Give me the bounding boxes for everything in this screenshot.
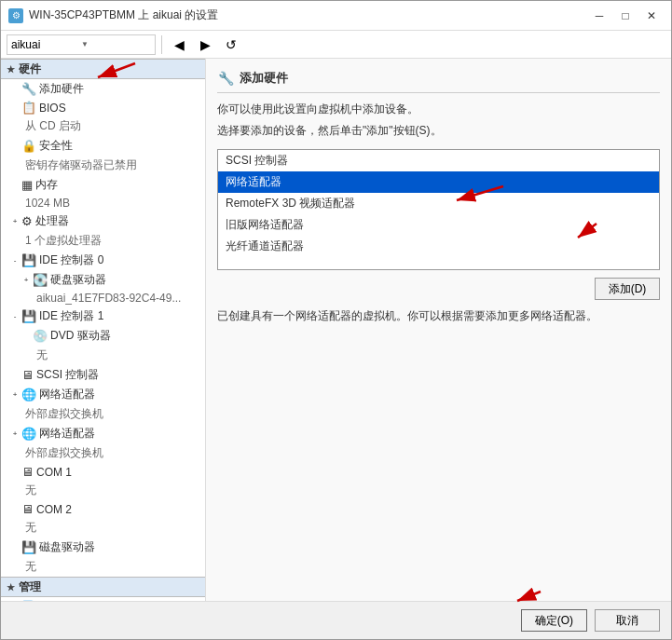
window-title: WIN-35CP43PTBMM 上 aikuai 的设置 (29, 7, 218, 23)
window-icon: ⚙ (8, 8, 23, 23)
main-window: ⚙ WIN-35CP43PTBMM 上 aikuai 的设置 ─ □ ✕ aik… (0, 0, 672, 640)
forward-button[interactable]: ▶ (194, 34, 216, 55)
mgmt-section-icon: ★ (7, 582, 15, 592)
device-listbox[interactable]: SCSI 控制器 网络适配器 RemoteFX 3D 视频适配器 旧版网络适配器… (217, 149, 660, 270)
toolbar: aikuai ▼ ◀ ▶ ↺ (1, 31, 671, 59)
tree-item-floppy-sub[interactable]: 无 (1, 557, 205, 577)
left-panel: ★ 硬件 🔧 添加硬件 📋 BIOS 从 CD 启动 (1, 59, 206, 601)
tree-item-com1[interactable]: 🖥 COM 1 (1, 463, 205, 481)
tree-item-processor[interactable]: + ⚙ 处理器 (1, 211, 205, 231)
listbox-item-network[interactable]: 网络适配器 (218, 171, 659, 193)
ide1-dvd-icon: 💿 (33, 329, 48, 343)
ide0-expander: - (8, 256, 21, 265)
add-button[interactable]: 添加(D) (595, 278, 660, 300)
tree-item-ide0[interactable]: - 💾 IDE 控制器 0 (1, 251, 205, 270)
tree-item-bios-sub[interactable]: 从 CD 启动 (1, 116, 205, 136)
tree-item-ide1[interactable]: - 💾 IDE 控制器 1 (1, 306, 205, 326)
network2-expander: + (8, 429, 21, 438)
com2-label: COM 2 (36, 503, 72, 516)
cancel-button[interactable]: 取消 (595, 609, 660, 632)
panel-title: 添加硬件 (240, 70, 288, 87)
tree-item-ide0-disk[interactable]: + 💽 硬盘驱动器 (1, 270, 205, 290)
title-bar-left: ⚙ WIN-35CP43PTBMM 上 aikuai 的设置 (8, 7, 218, 23)
security-label: 安全性 (39, 138, 73, 154)
tree-item-scsi[interactable]: 🖥 SCSI 控制器 (1, 365, 205, 385)
memory-sub-label: 1024 MB (25, 197, 70, 210)
scsi-label: SCSI 控制器 (36, 367, 99, 383)
memory-icon: ▦ (21, 178, 33, 192)
panel-desc2: 选择要添加的设备，然后单击"添加"按钮(S)。 (217, 122, 660, 140)
panel-title-icon: 🔧 (217, 70, 234, 87)
processor-expander: + (8, 217, 21, 225)
ide1-icon: 💾 (21, 309, 36, 323)
ide1-label: IDE 控制器 1 (39, 308, 103, 324)
tree-item-com2-sub[interactable]: 无 (1, 518, 205, 538)
refresh-button[interactable]: ↺ (220, 34, 242, 55)
ide0-disk-expander: + (20, 276, 33, 284)
com1-icon: 🖥 (21, 465, 34, 479)
security-sub-label: 密钥存储驱动器已禁用 (25, 157, 137, 173)
minimize-button[interactable]: ─ (587, 7, 611, 25)
tree-item-ide1-dvd[interactable]: 💿 DVD 驱动器 (1, 326, 205, 346)
close-button[interactable]: ✕ (639, 7, 664, 25)
tree-item-network2[interactable]: + 🌐 网络适配器 (1, 424, 205, 443)
network2-label: 网络适配器 (39, 426, 95, 442)
vm-selector[interactable]: aikuai ▼ (7, 34, 156, 55)
network2-icon: 🌐 (21, 427, 36, 441)
tree-item-com2[interactable]: 🖥 COM 2 (1, 500, 205, 518)
scsi-icon: 🖥 (21, 368, 34, 382)
dropdown-arrow-icon: ▼ (81, 40, 151, 48)
listbox-item-remotefx[interactable]: RemoteFX 3D 视频适配器 (218, 193, 659, 214)
tree-item-add-hardware[interactable]: 🔧 添加硬件 (1, 79, 205, 99)
memory-label: 内存 (35, 177, 58, 193)
title-bar-buttons: ─ □ ✕ (587, 7, 664, 25)
maximize-button[interactable]: □ (613, 7, 638, 25)
network1-expander: + (8, 390, 21, 399)
tree-item-network1-sub[interactable]: 外部虚拟交换机 (1, 404, 205, 424)
ok-button[interactable]: 确定(O) (521, 609, 587, 632)
ide1-dvd-label: DVD 驱动器 (50, 328, 111, 344)
tree-item-security[interactable]: 🔒 安全性 (1, 136, 205, 156)
add-btn-row: 添加(D) (217, 278, 660, 300)
tree-item-security-sub[interactable]: 密钥存储驱动器已禁用 (1, 156, 205, 175)
tree-item-memory[interactable]: ▦ 内存 (1, 175, 205, 195)
panel-title-row: 🔧 添加硬件 (217, 70, 660, 93)
listbox-item-legacy-network[interactable]: 旧版网络适配器 (218, 214, 659, 236)
hardware-section-header: ★ 硬件 (1, 59, 205, 79)
com2-sub-label: 无 (25, 520, 36, 536)
right-panel: 🔧 添加硬件 你可以使用此设置向虚拟机中添加设备。 选择要添加的设备，然后单击"… (206, 59, 671, 601)
ide0-disk-icon: 💽 (33, 273, 48, 287)
security-icon: 🔒 (21, 139, 36, 153)
processor-icon: ⚙ (21, 214, 33, 228)
tree-item-memory-sub[interactable]: 1024 MB (1, 195, 205, 211)
info-text: 已创建具有一个网络适配器的虚拟机。你可以根据需要添加更多网络适配器。 (217, 307, 660, 325)
bios-label: BIOS (39, 102, 66, 115)
ide1-expander: - (8, 312, 21, 320)
vm-selector-label: aikuai (11, 38, 81, 51)
tree-item-com1-sub[interactable]: 无 (1, 481, 205, 500)
tree-container[interactable]: ★ 硬件 🔧 添加硬件 📋 BIOS 从 CD 启动 (1, 59, 205, 601)
floppy-icon: 💾 (21, 540, 36, 554)
ide1-dvd-sub-label: 无 (36, 347, 48, 363)
title-bar: ⚙ WIN-35CP43PTBMM 上 aikuai 的设置 ─ □ ✕ (1, 1, 671, 31)
network2-sub-label: 外部虚拟交换机 (25, 445, 103, 461)
tree-item-ide1-dvd-sub[interactable]: 无 (1, 346, 205, 365)
back-button[interactable]: ◀ (168, 34, 190, 55)
tree-item-floppy[interactable]: 💾 磁盘驱动器 (1, 538, 205, 557)
bios-icon: 📋 (21, 101, 36, 115)
management-section-label: 管理 (19, 579, 41, 595)
processor-sub-label: 1 个虚拟处理器 (25, 233, 102, 249)
tree-item-bios[interactable]: 📋 BIOS (1, 99, 205, 116)
floppy-label: 磁盘驱动器 (39, 539, 95, 555)
listbox-item-fiber[interactable]: 光纤通道适配器 (218, 236, 659, 257)
com2-icon: 🖥 (21, 502, 34, 516)
tree-item-network1[interactable]: + 🌐 网络适配器 (1, 385, 205, 404)
listbox-item-scsi[interactable]: SCSI 控制器 (218, 150, 659, 171)
tree-item-ide0-disk-sub[interactable]: aikuai_41E7FD83-92C4-49... (1, 290, 205, 306)
com1-label: COM 1 (36, 466, 72, 479)
bios-sub-label: 从 CD 启动 (25, 118, 81, 134)
main-content: ★ 硬件 🔧 添加硬件 📋 BIOS 从 CD 启动 (1, 59, 671, 601)
tree-item-network2-sub[interactable]: 外部虚拟交换机 (1, 443, 205, 463)
tree-item-processor-sub[interactable]: 1 个虚拟处理器 (1, 231, 205, 251)
add-hardware-label: 添加硬件 (39, 81, 84, 97)
